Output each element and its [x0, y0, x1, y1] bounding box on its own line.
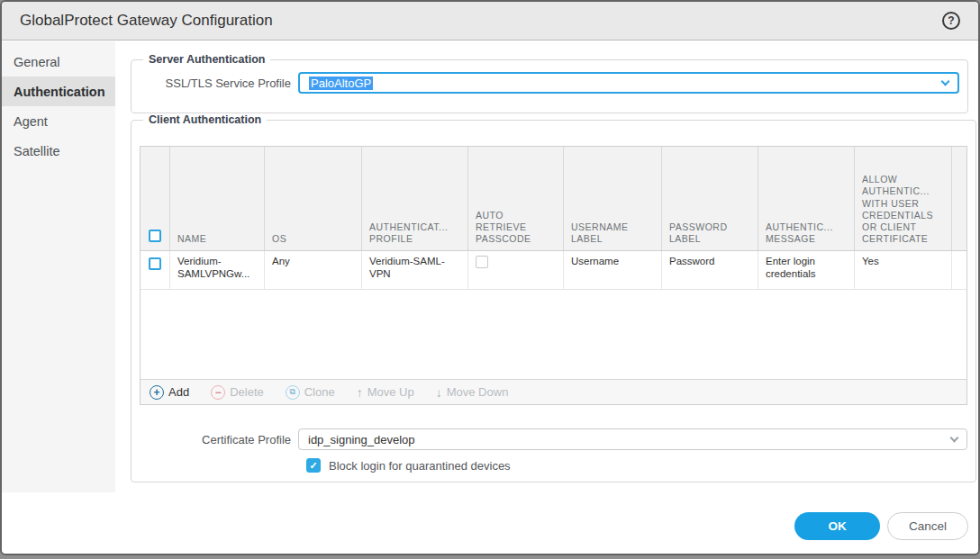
row-select-cell — [141, 251, 170, 289]
sidebar-item-satellite[interactable]: Satellite — [2, 136, 115, 166]
add-button[interactable]: + Add — [150, 385, 189, 400]
column-header-password-label[interactable]: PASSWORD LABEL — [662, 147, 758, 250]
ok-button[interactable]: OK — [794, 512, 880, 540]
column-header-username-label[interactable]: USERNAME LABEL — [564, 147, 662, 250]
help-icon[interactable]: ? — [942, 12, 960, 30]
certificate-profile-select[interactable]: idp_signing_develop — [298, 428, 967, 450]
client-authentication-section: Client Authentication NAME OS AUTHENTICA… — [131, 113, 976, 482]
move-down-button[interactable]: ↓ Move Down — [436, 385, 509, 400]
dialog-title: GlobalProtect Gateway Configuration — [20, 12, 273, 30]
column-header-allow-authentication[interactable]: ALLOW AUTHENTIC... WITH USER CREDENTIALS… — [855, 147, 952, 250]
arrow-up-icon: ↑ — [357, 385, 363, 400]
cell-password-label: Password — [662, 251, 758, 289]
globalprotect-gateway-configuration-dialog: GlobalProtect Gateway Configuration ? Ge… — [0, 0, 980, 555]
client-authentication-table: NAME OS AUTHENTICAT... PROFILE AUTO RETR… — [140, 146, 967, 405]
table-row[interactable]: Veridium-SAMLVPNGw... Any Veridium-SAML-… — [141, 251, 966, 290]
arrow-down-icon: ↓ — [436, 385, 442, 400]
table-empty-area — [141, 290, 966, 379]
cell-auto-retrieve-passcode — [468, 251, 564, 289]
server-authentication-legend: Server Authentication — [143, 53, 270, 66]
chevron-down-icon — [941, 77, 950, 86]
dialog-titlebar: GlobalProtect Gateway Configuration ? — [2, 2, 978, 41]
column-header-spacer — [952, 147, 966, 250]
certificate-profile-label: Certificate Profile — [140, 433, 293, 446]
ssl-tls-service-profile-label: SSL/TLS Service Profile — [140, 77, 293, 90]
table-header-row: NAME OS AUTHENTICAT... PROFILE AUTO RETR… — [141, 147, 966, 251]
column-header-auto-retrieve-passcode[interactable]: AUTO RETRIEVE PASSCODE — [468, 147, 564, 250]
certificate-profile-value: idp_signing_develop — [308, 433, 415, 446]
cell-authentication-message: Enter login credentials — [758, 251, 855, 289]
block-login-checkbox[interactable] — [306, 458, 321, 473]
move-up-button[interactable]: ↑ Move Up — [357, 385, 414, 400]
sidebar-item-agent[interactable]: Agent — [2, 106, 115, 136]
ssl-tls-service-profile-select[interactable]: PaloAltoGP — [298, 72, 959, 94]
client-authentication-legend: Client Authentication — [143, 113, 267, 126]
table-toolbar: + Add − Delete ⧉ Clone ↑ Move Up ↓ Mov — [141, 379, 966, 404]
cell-authentication-profile: Veridium-SAML-VPN — [362, 251, 468, 289]
column-header-os[interactable]: OS — [265, 147, 362, 250]
cancel-button[interactable]: Cancel — [887, 512, 968, 540]
cell-name: Veridium-SAMLVPNGw... — [170, 251, 265, 289]
clone-icon: ⧉ — [286, 385, 300, 400]
server-authentication-section: Server Authentication SSL/TLS Service Pr… — [131, 53, 968, 113]
add-icon: + — [150, 385, 164, 400]
auto-retrieve-passcode-checkbox[interactable] — [476, 256, 488, 268]
chevron-down-icon — [950, 433, 959, 442]
column-header-authentication-profile[interactable]: AUTHENTICAT... PROFILE — [362, 147, 468, 250]
delete-button[interactable]: − Delete — [211, 385, 264, 400]
block-login-label: Block login for quarantined devices — [329, 459, 511, 473]
cell-os: Any — [265, 251, 362, 289]
select-all-checkbox[interactable] — [149, 230, 161, 242]
cell-allow-authentication: Yes — [855, 251, 952, 289]
select-all-cell — [141, 147, 170, 250]
cell-username-label: Username — [564, 251, 662, 289]
column-header-authentication-message[interactable]: AUTHENTIC... MESSAGE — [758, 147, 855, 250]
row-select-checkbox[interactable] — [149, 257, 161, 270]
clone-button[interactable]: ⧉ Clone — [286, 385, 335, 400]
delete-icon: − — [211, 385, 225, 400]
ssl-tls-service-profile-value: PaloAltoGP — [309, 77, 373, 90]
sidebar-item-authentication[interactable]: Authentication — [2, 77, 115, 106]
sidebar: General Authentication Agent Satellite — [2, 41, 115, 492]
sidebar-item-general[interactable]: General — [2, 47, 115, 77]
cell-spacer — [952, 251, 966, 289]
column-header-name[interactable]: NAME — [170, 147, 265, 250]
